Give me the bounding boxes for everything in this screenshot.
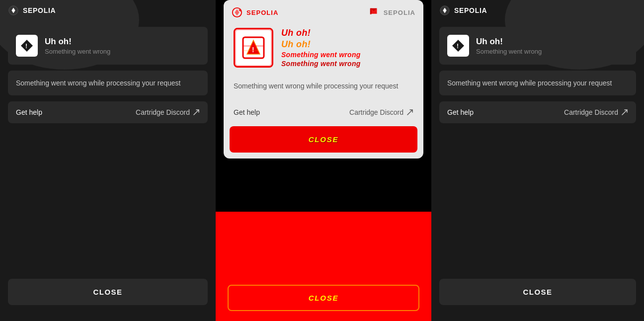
modal-sepolia-icon-left xyxy=(232,7,242,18)
left-discord-link[interactable]: Cartridge Discord xyxy=(136,108,200,116)
right-get-help-label: Get help xyxy=(447,108,474,116)
left-get-help-label: Get help xyxy=(16,108,42,116)
left-error-card: ! Uh oh! Something went wrong xyxy=(8,27,208,65)
left-error-subtitle: Something went wrong xyxy=(45,48,110,55)
right-error-card: ! Uh oh! Something went wrong xyxy=(439,27,636,65)
right-error-icon: ! xyxy=(447,35,469,57)
svg-text:!: ! xyxy=(252,46,254,54)
red-background-area: CLOSE xyxy=(216,212,431,321)
right-error-title: Uh oh! xyxy=(476,37,542,47)
right-help-box[interactable]: Get help Cartridge Discord xyxy=(439,101,636,123)
right-message-box: Something went wrong while processing yo… xyxy=(439,71,636,95)
modal-logo-right: SEPOLIA xyxy=(369,7,415,18)
modal-sepolia-icon-right xyxy=(369,7,380,18)
sepolia-icon-right xyxy=(439,5,450,16)
modal-glitch-line-2: Uh oh! xyxy=(281,39,361,50)
modal-discord-text: Cartridge Discord xyxy=(349,108,403,116)
svg-marker-8 xyxy=(247,40,260,54)
svg-rect-6 xyxy=(370,8,371,14)
left-help-box[interactable]: Get help Cartridge Discord xyxy=(8,101,208,123)
modal-error-section: ! Uh oh! Uh oh! Something went wrong Som… xyxy=(224,23,423,78)
modal-glitch-line-1: Uh oh! xyxy=(281,28,361,38)
right-error-text: Uh oh! Something went wrong xyxy=(476,37,542,55)
modal-network-label-left: SEPOLIA xyxy=(246,9,278,16)
modal-close-button[interactable]: CLOSE xyxy=(230,126,417,153)
modal-glitch-line-4: Something went wrong xyxy=(281,60,361,68)
right-external-link-icon xyxy=(621,109,628,116)
modal-help-row[interactable]: Get help Cartridge Discord xyxy=(224,101,423,126)
modal-message-text: Something went wrong while processing yo… xyxy=(234,82,399,90)
left-error-icon: ! xyxy=(16,35,38,57)
right-discord-link[interactable]: Cartridge Discord xyxy=(564,108,628,116)
sepolia-icon-left xyxy=(8,5,19,16)
left-external-link-icon xyxy=(193,109,200,116)
right-discord-text: Cartridge Discord xyxy=(564,108,618,116)
modal-discord-link[interactable]: Cartridge Discord xyxy=(349,108,413,116)
modal-external-link-icon xyxy=(406,109,413,116)
left-close-button[interactable]: CLOSE xyxy=(8,279,208,305)
modal-glitch-line-3: Something went wrong xyxy=(281,51,361,59)
modal-logo-left: SEPOLIA xyxy=(232,7,278,18)
right-message-text: Something went wrong while processing yo… xyxy=(447,79,612,87)
network-label-right: SEPOLIA xyxy=(454,6,487,14)
modal-error-image: ! xyxy=(234,28,273,68)
modal-error-svg: ! xyxy=(241,35,266,60)
ghost-close-button: CLOSE xyxy=(228,285,419,311)
center-modal-wrapper: CLOSE SEPOLIA SEPOL xyxy=(216,0,431,321)
svg-rect-11 xyxy=(243,45,264,47)
svg-rect-12 xyxy=(243,50,258,51)
svg-marker-9 xyxy=(247,40,260,54)
right-panel: SEPOLIA ! Uh oh! Something went wrong So… xyxy=(431,0,644,321)
modal-glitch-text-block: Uh oh! Uh oh! Something went wrong Somet… xyxy=(281,28,361,68)
right-error-subtitle: Something went wrong xyxy=(476,48,542,55)
right-close-button[interactable]: CLOSE xyxy=(439,279,636,305)
left-error-text: Uh oh! Something went wrong xyxy=(45,37,110,55)
left-header: SEPOLIA xyxy=(0,0,216,21)
network-label-left: SEPOLIA xyxy=(23,6,56,14)
svg-text:!: ! xyxy=(25,43,27,50)
right-header: SEPOLIA xyxy=(431,0,644,21)
modal-network-label-right: SEPOLIA xyxy=(384,9,415,16)
left-message-text: Something went wrong while processing yo… xyxy=(16,79,181,87)
left-panel: SEPOLIA ! Uh oh! Something went wrong So… xyxy=(0,0,216,321)
modal-header: SEPOLIA SEPOLIA xyxy=(224,0,423,23)
center-modal: SEPOLIA SEPOLIA ! xyxy=(224,0,423,159)
svg-rect-7 xyxy=(243,37,264,58)
svg-text:!: ! xyxy=(457,43,459,50)
left-discord-text: Cartridge Discord xyxy=(136,108,190,116)
modal-get-help-label: Get help xyxy=(234,108,260,116)
left-message-box: Something went wrong while processing yo… xyxy=(8,71,208,95)
modal-message-area: Something went wrong while processing yo… xyxy=(224,78,423,101)
left-error-title: Uh oh! xyxy=(45,37,110,47)
